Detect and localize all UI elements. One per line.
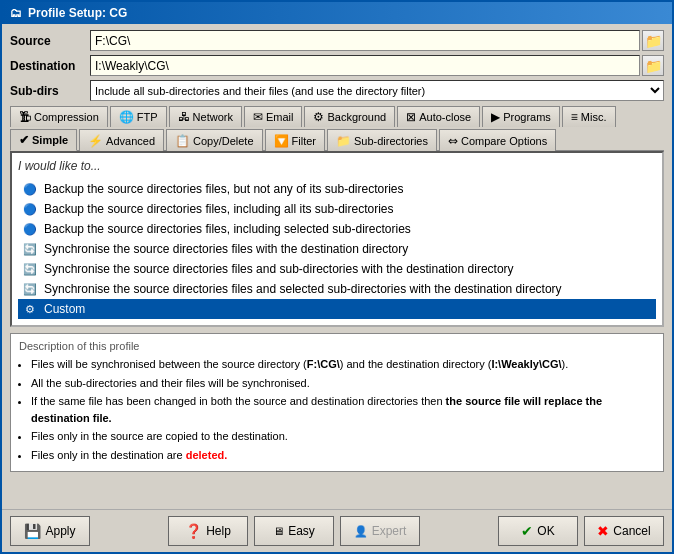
- tab-row-1: 🗜Compression 🌐FTP 🖧Network ✉Email ⚙Backg…: [10, 105, 664, 126]
- subdirs-select[interactable]: Include all sub-directories and their fi…: [90, 80, 664, 101]
- tab-misc[interactable]: ≡Misc.: [562, 106, 616, 127]
- panel-content: I would like to... 🔵 Backup the source d…: [10, 151, 664, 327]
- bottom-bar: 💾 Apply ❓ Help 🖥 Easy 👤 Expert ✔ OK: [2, 509, 672, 552]
- source-row: Source 📁: [10, 30, 664, 51]
- tab-filter[interactable]: 🔽Filter: [265, 129, 325, 151]
- help-button[interactable]: ❓ Help: [168, 516, 248, 546]
- desc-item-1: Files will be synchronised between the s…: [31, 356, 655, 373]
- tab-network[interactable]: 🖧Network: [169, 106, 242, 127]
- network-icon: 🖧: [178, 110, 190, 124]
- title-bar: 🗂 Profile Setup: CG: [2, 2, 672, 24]
- option-1[interactable]: 🔵 Backup the source directories files, b…: [18, 179, 656, 199]
- tab-advanced[interactable]: ⚡Advanced: [79, 129, 164, 151]
- middle-buttons: ❓ Help 🖥 Easy 👤 Expert: [168, 516, 420, 546]
- tab-row-2: ✔Simple ⚡Advanced 📋Copy/Delete 🔽Filter 📁…: [10, 128, 664, 151]
- expert-icon: 👤: [354, 525, 368, 538]
- email-icon: ✉: [253, 110, 263, 124]
- subdirs-row: Sub-dirs Include all sub-directories and…: [10, 80, 664, 101]
- tab-email[interactable]: ✉Email: [244, 106, 303, 127]
- tab-background[interactable]: ⚙Background: [304, 106, 395, 127]
- desc-item-2: All the sub-directories and their files …: [31, 375, 655, 392]
- desc-item-5: Files only in the destination are delete…: [31, 447, 655, 464]
- description-box: Description of this profile Files will b…: [10, 333, 664, 472]
- source-browse-button[interactable]: 📁: [642, 30, 664, 51]
- programs-icon: ▶: [491, 110, 500, 124]
- compare-icon: ⇔: [448, 134, 458, 148]
- source-input[interactable]: [90, 30, 640, 51]
- description-title: Description of this profile: [19, 340, 655, 352]
- filter-icon: 🔽: [274, 134, 289, 148]
- left-buttons: 💾 Apply: [10, 516, 90, 546]
- source-label: Source: [10, 34, 90, 48]
- option-3[interactable]: 🔵 Backup the source directories files, i…: [18, 219, 656, 239]
- tab-programs[interactable]: ▶Programs: [482, 106, 560, 127]
- tabs-wrapper: 🗜Compression 🌐FTP 🖧Network ✉Email ⚙Backg…: [10, 105, 664, 327]
- tab-auto-close[interactable]: ⊠Auto-close: [397, 106, 480, 127]
- tab-copy-delete[interactable]: 📋Copy/Delete: [166, 129, 263, 151]
- easy-button[interactable]: 🖥 Easy: [254, 516, 334, 546]
- help-icon: ❓: [185, 523, 202, 539]
- sub-dirs-icon: 📁: [336, 134, 351, 148]
- advanced-icon: ⚡: [88, 134, 103, 148]
- option-2-icon: 🔵: [22, 201, 38, 217]
- option-2[interactable]: 🔵 Backup the source directories files, i…: [18, 199, 656, 219]
- copy-delete-icon: 📋: [175, 134, 190, 148]
- ok-button[interactable]: ✔ OK: [498, 516, 578, 546]
- tab-compression[interactable]: 🗜Compression: [10, 106, 108, 127]
- tab-sub-directories[interactable]: 📁Sub-directories: [327, 129, 437, 151]
- background-icon: ⚙: [313, 110, 324, 124]
- compression-icon: 🗜: [19, 110, 31, 124]
- destination-row: Destination 📁: [10, 55, 664, 76]
- window-body: Source 📁 Destination 📁 Sub-dirs Include …: [2, 24, 672, 509]
- apply-button[interactable]: 💾 Apply: [10, 516, 90, 546]
- expert-button[interactable]: 👤 Expert: [340, 516, 420, 546]
- tab-simple[interactable]: ✔Simple: [10, 129, 77, 151]
- ok-icon: ✔: [521, 523, 533, 539]
- subdirs-label: Sub-dirs: [10, 84, 90, 98]
- description-content: Files will be synchronised between the s…: [19, 356, 655, 463]
- option-5-icon: 🔄: [22, 261, 38, 277]
- option-5[interactable]: 🔄 Synchronise the source directories fil…: [18, 259, 656, 279]
- desc-item-4: Files only in the source are copied to t…: [31, 428, 655, 445]
- option-6-icon: 🔄: [22, 281, 38, 297]
- description-list: Files will be synchronised between the s…: [19, 356, 655, 463]
- tab-ftp[interactable]: 🌐FTP: [110, 106, 167, 127]
- misc-icon: ≡: [571, 110, 578, 124]
- ftp-icon: 🌐: [119, 110, 134, 124]
- easy-icon: 🖥: [273, 525, 284, 537]
- window-icon: 🗂: [10, 6, 22, 20]
- destination-browse-button[interactable]: 📁: [642, 55, 664, 76]
- deleted-text: deleted.: [186, 449, 228, 461]
- option-3-icon: 🔵: [22, 221, 38, 237]
- option-1-icon: 🔵: [22, 181, 38, 197]
- option-6[interactable]: 🔄 Synchronise the source directories fil…: [18, 279, 656, 299]
- cancel-button[interactable]: ✖ Cancel: [584, 516, 664, 546]
- destination-input[interactable]: [90, 55, 640, 76]
- simple-icon: ✔: [19, 133, 29, 147]
- panel-title: I would like to...: [18, 159, 656, 173]
- window-title: Profile Setup: CG: [28, 6, 127, 20]
- destination-label: Destination: [10, 59, 90, 73]
- apply-icon: 💾: [24, 523, 41, 539]
- option-4[interactable]: 🔄 Synchronise the source directories fil…: [18, 239, 656, 259]
- cancel-icon: ✖: [597, 523, 609, 539]
- options-list: 🔵 Backup the source directories files, b…: [18, 179, 656, 319]
- option-7-custom[interactable]: ⚙ Custom: [18, 299, 656, 319]
- main-window: 🗂 Profile Setup: CG Source 📁 Destination…: [0, 0, 674, 554]
- tab-compare-options[interactable]: ⇔Compare Options: [439, 129, 556, 151]
- right-buttons: ✔ OK ✖ Cancel: [498, 516, 664, 546]
- option-4-icon: 🔄: [22, 241, 38, 257]
- auto-close-icon: ⊠: [406, 110, 416, 124]
- desc-item-3: If the same file has been changed in bot…: [31, 393, 655, 426]
- option-7-icon: ⚙: [22, 301, 38, 317]
